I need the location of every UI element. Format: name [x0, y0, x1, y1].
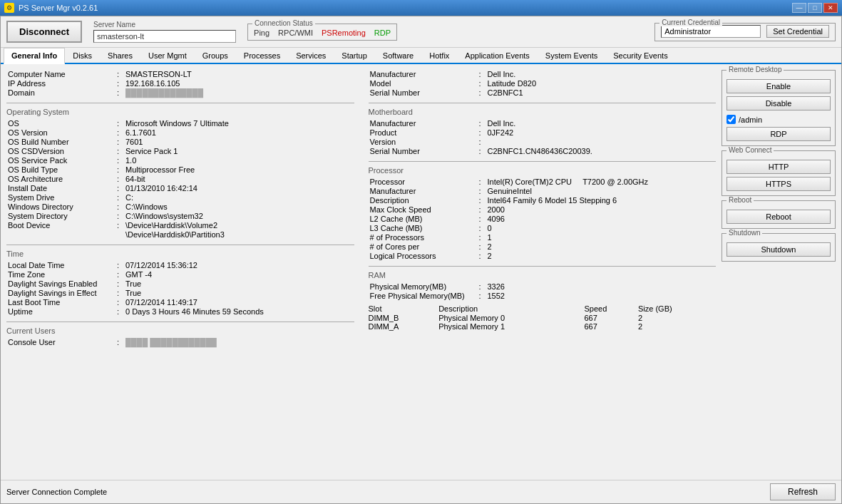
reboot-label: Reboot — [727, 196, 754, 204]
ram-table: Slot Description Speed Size (GB) DIMM_B — [369, 304, 717, 331]
server-name-input[interactable] — [93, 30, 236, 43]
time-section-title: Time — [6, 250, 354, 258]
ping-status: Ping — [254, 29, 269, 37]
toolbar: Disconnect Server Name Connection Status… — [1, 16, 841, 48]
refresh-button[interactable]: Refresh — [770, 483, 836, 500]
status-message: Server Connection Complete — [6, 488, 107, 496]
tab-application-events[interactable]: Application Events — [457, 48, 538, 64]
web-connect-group: Web Connect HTTP HTTPS — [722, 150, 836, 196]
main-window: Disconnect Server Name Connection Status… — [0, 16, 842, 504]
rpcwmi-status: RPC/WMI — [278, 29, 313, 37]
tab-security-events[interactable]: Security Events — [605, 48, 675, 64]
minimize-button[interactable]: — — [792, 3, 806, 13]
server-name-label: Server Name — [93, 21, 236, 29]
computer-section: Computer Name : SMASTERSON-LT IP Address… — [6, 70, 354, 97]
shutdown-button[interactable]: Shutdown — [727, 242, 831, 257]
admin-checkbox-row: /admin — [727, 115, 831, 124]
disable-button[interactable]: Disable — [727, 96, 831, 110]
label-domain: Domain — [6, 88, 117, 97]
credential-input[interactable] — [661, 25, 761, 38]
reboot-button[interactable]: Reboot — [727, 210, 831, 224]
ram-col-speed: Speed — [584, 304, 638, 314]
table-row: DIMM_B Physical Memory 0 667 2 — [369, 314, 717, 322]
left-column: Computer Name : SMASTERSON-LT IP Address… — [6, 70, 354, 352]
tab-shares[interactable]: Shares — [100, 48, 140, 64]
title-bar: ⚙ PS Server Mgr v0.2.61 — □ ✕ — [0, 0, 842, 16]
maximize-button[interactable]: □ — [808, 3, 822, 13]
tab-user-mgmt[interactable]: User Mgmt — [140, 48, 195, 64]
tab-processes[interactable]: Processes — [236, 48, 288, 64]
window-controls: — □ ✕ — [792, 3, 838, 13]
remote-desktop-label: Remote Desktop — [727, 66, 784, 73]
tab-system-events[interactable]: System Events — [538, 48, 605, 64]
admin-label: /admin — [739, 115, 762, 124]
connection-status-label: Connection Status — [252, 19, 315, 27]
current-users-section: Current Users Console User : ████ ██████… — [6, 326, 354, 346]
psremoting-status: PSRemoting — [322, 29, 366, 37]
value-domain: ██████████████ — [123, 88, 354, 97]
close-button[interactable]: ✕ — [823, 3, 838, 13]
main-content: Computer Name : SMASTERSON-LT IP Address… — [6, 70, 716, 474]
tab-general-info[interactable]: General Info — [4, 48, 65, 64]
value-ip-address: 192.168.16.105 — [123, 79, 354, 88]
web-connect-label: Web Connect — [727, 146, 774, 154]
ram-col-size: Size (GB) — [638, 304, 716, 314]
credential-label: Current Credential — [659, 19, 722, 26]
reboot-group: Reboot Reboot — [722, 200, 836, 229]
value-computer-name: SMASTERSON-LT — [123, 70, 354, 78]
ram-section: RAM Physical Memory(MB) : 3326 Free Phys… — [369, 271, 717, 331]
tab-disks[interactable]: Disks — [65, 48, 100, 64]
content-area: Computer Name : SMASTERSON-LT IP Address… — [1, 64, 841, 480]
tab-hotfix[interactable]: Hotfix — [421, 48, 457, 64]
tab-services[interactable]: Services — [288, 48, 334, 64]
label-ip-address: IP Address — [6, 79, 117, 88]
processor-section: Processor Processor : Intel(R) Core(TM)2… — [369, 166, 717, 260]
server-name-group: Server Name — [93, 21, 236, 43]
admin-checkbox[interactable] — [727, 115, 736, 124]
ram-title: RAM — [369, 271, 717, 279]
os-section: Operating System OS : Microsoft Windows … — [6, 108, 354, 239]
credential-group: Current Credential Set Credential — [654, 23, 836, 41]
processor-title: Processor — [369, 166, 717, 175]
set-credential-button[interactable]: Set Credential — [766, 25, 829, 38]
bottom-area: Server Connection Complete Refresh — [1, 480, 841, 503]
ram-col-description: Description — [438, 304, 584, 314]
motherboard-title: Motherboard — [369, 108, 717, 116]
enable-button[interactable]: Enable — [727, 79, 831, 93]
app-icon: ⚙ — [4, 3, 14, 13]
tab-groups[interactable]: Groups — [195, 48, 236, 64]
http-button[interactable]: HTTP — [727, 160, 831, 174]
label-computer-name: Computer Name — [6, 70, 117, 78]
remote-desktop-group: Remote Desktop Enable Disable /admin RDP — [722, 70, 836, 146]
right-info-column: Manufacturer : Dell Inc. Model : Latitud… — [369, 70, 717, 352]
current-users-title: Current Users — [6, 326, 354, 335]
connection-status-group: Connection Status Ping RPC/WMI PSRemotin… — [247, 24, 397, 41]
motherboard-section: Motherboard Manufacturer : Dell Inc. Pro… — [369, 108, 717, 155]
tab-startup[interactable]: Startup — [334, 48, 374, 64]
rdp-status: RDP — [374, 29, 391, 37]
time-section: Time Local Date Time : 07/12/2014 15:36:… — [6, 250, 354, 316]
disconnect-button[interactable]: Disconnect — [6, 21, 82, 43]
tab-software[interactable]: Software — [375, 48, 421, 64]
https-button[interactable]: HTTPS — [727, 177, 831, 191]
shutdown-label: Shutdown — [727, 229, 762, 237]
app-title: PS Server Mgr v0.2.61 — [19, 4, 98, 12]
right-panel: Remote Desktop Enable Disable /admin RDP… — [722, 70, 836, 474]
tabs-bar: General Info Disks Shares User Mgmt Grou… — [1, 48, 841, 64]
manufacturer-section: Manufacturer : Dell Inc. Model : Latitud… — [369, 70, 717, 97]
os-section-title: Operating System — [6, 108, 354, 116]
ram-col-slot: Slot — [369, 304, 439, 314]
shutdown-group: Shutdown Shutdown — [722, 233, 836, 262]
rdp-button[interactable]: RDP — [727, 127, 831, 141]
table-row: DIMM_A Physical Memory 1 667 2 — [369, 322, 717, 331]
